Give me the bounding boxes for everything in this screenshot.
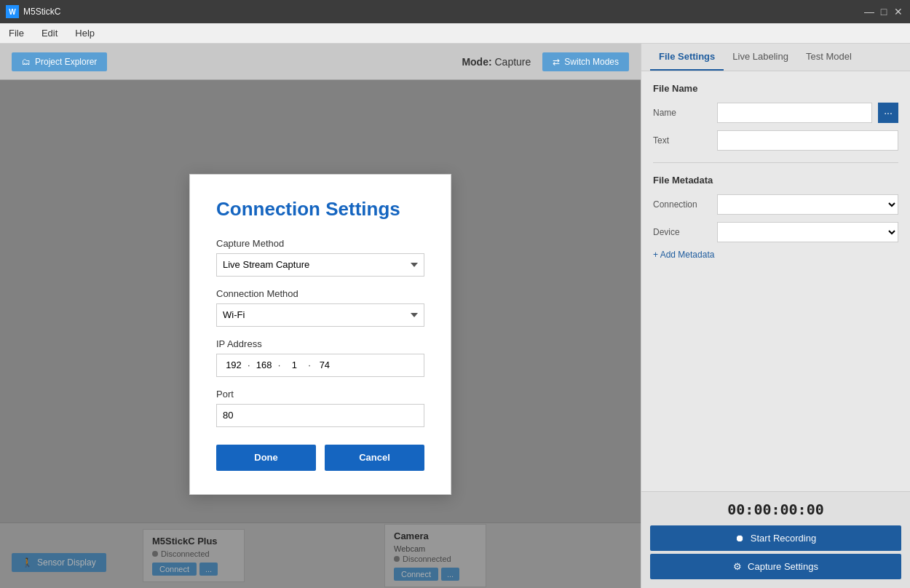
menu-edit[interactable]: Edit <box>39 26 60 40</box>
gear-icon: ⚙ <box>733 561 742 572</box>
connection-label: Connection <box>653 199 711 210</box>
project-explorer-button[interactable]: 🗂 Project Explorer <box>12 52 107 71</box>
ip-dot-3: · <box>308 359 311 370</box>
app-logo: W <box>6 5 19 18</box>
cancel-button[interactable]: Cancel <box>325 445 424 471</box>
menubar: File Edit Help <box>0 23 910 44</box>
connection-row: Connection <box>653 194 898 215</box>
name-label: Name <box>653 108 711 118</box>
timer-display: 00:00:00:00 <box>650 501 901 518</box>
ip-segment-2[interactable] <box>253 359 275 370</box>
menu-file[interactable]: File <box>6 26 27 40</box>
device-label: Device <box>653 227 711 237</box>
ip-segment-4[interactable] <box>314 359 336 370</box>
top-toolbar: 🗂 Project Explorer Mode: Capture ⇄ Switc… <box>0 44 641 80</box>
done-button[interactable]: Done <box>216 445 316 471</box>
connection-method-select[interactable]: Wi-Fi <box>216 303 424 327</box>
modal-overlay: Connection Settings Capture Method Live … <box>0 80 641 588</box>
right-tabs: File Settings Live Labeling Test Model <box>641 44 910 71</box>
record-icon: ⏺ <box>735 533 745 544</box>
connection-settings-modal: Connection Settings Capture Method Live … <box>189 174 451 495</box>
text-row: Text <box>653 130 898 151</box>
name-dots-button[interactable]: ··· <box>878 103 898 123</box>
ip-address-label: IP Address <box>216 338 424 349</box>
file-name-section-title: File Name <box>653 83 898 94</box>
add-metadata-link[interactable]: + Add Metadata <box>653 250 898 260</box>
tab-file-settings[interactable]: File Settings <box>650 44 724 71</box>
tab-live-labeling[interactable]: Live Labeling <box>724 44 797 71</box>
device-row: Device <box>653 222 898 242</box>
left-panel: 🗂 Project Explorer Mode: Capture ⇄ Switc… <box>0 44 641 588</box>
ip-segment-1[interactable] <box>223 359 245 370</box>
device-select[interactable] <box>717 222 898 242</box>
titlebar-left: W M5StickC <box>6 5 60 18</box>
text-input[interactable] <box>717 130 898 151</box>
mode-label: Mode: Capture <box>462 56 531 68</box>
content-area: Connection Settings Capture Method Live … <box>0 80 641 588</box>
right-bottom: 00:00:00:00 ⏺ Start Recording ⚙ Capture … <box>641 491 910 588</box>
menu-help[interactable]: Help <box>72 26 98 40</box>
tab-test-model[interactable]: Test Model <box>797 44 860 71</box>
port-input[interactable] <box>216 404 424 427</box>
text-label: Text <box>653 135 711 146</box>
titlebar-controls: — □ ✕ <box>863 6 904 17</box>
modal-buttons: Done Cancel <box>216 445 424 471</box>
ip-segment-3[interactable] <box>283 359 305 370</box>
name-input[interactable] <box>717 103 872 123</box>
folder-icon: 🗂 <box>22 57 31 67</box>
capture-settings-button[interactable]: ⚙ Capture Settings <box>650 554 901 579</box>
maximize-button[interactable]: □ <box>878 6 890 17</box>
app-title: M5StickC <box>23 7 60 17</box>
connection-method-label: Connection Method <box>216 288 424 299</box>
close-button[interactable]: ✕ <box>893 6 904 17</box>
switch-icon: ⇄ <box>553 57 560 67</box>
modal-title: Connection Settings <box>216 198 424 220</box>
ip-dot-2: · <box>278 359 281 370</box>
right-panel: File Settings Live Labeling Test Model F… <box>641 44 910 588</box>
start-recording-button[interactable]: ⏺ Start Recording <box>650 525 901 551</box>
minimize-button[interactable]: — <box>863 6 875 17</box>
ip-dot-1: · <box>248 359 250 370</box>
switch-modes-button[interactable]: ⇄ Switch Modes <box>542 52 629 71</box>
titlebar: W M5StickC — □ ✕ <box>0 0 910 23</box>
divider-1 <box>653 162 898 163</box>
capture-method-select[interactable]: Live Stream Capture <box>216 253 424 277</box>
name-row: Name ··· <box>653 103 898 123</box>
main-layout: 🗂 Project Explorer Mode: Capture ⇄ Switc… <box>0 44 910 588</box>
file-metadata-section-title: File Metadata <box>653 175 898 186</box>
port-label: Port <box>216 389 424 400</box>
connection-select[interactable] <box>717 194 898 215</box>
ip-address-group: · · · <box>216 354 424 377</box>
right-content: File Name Name ··· Text File Metadata Co… <box>641 71 910 491</box>
capture-method-label: Capture Method <box>216 238 424 249</box>
